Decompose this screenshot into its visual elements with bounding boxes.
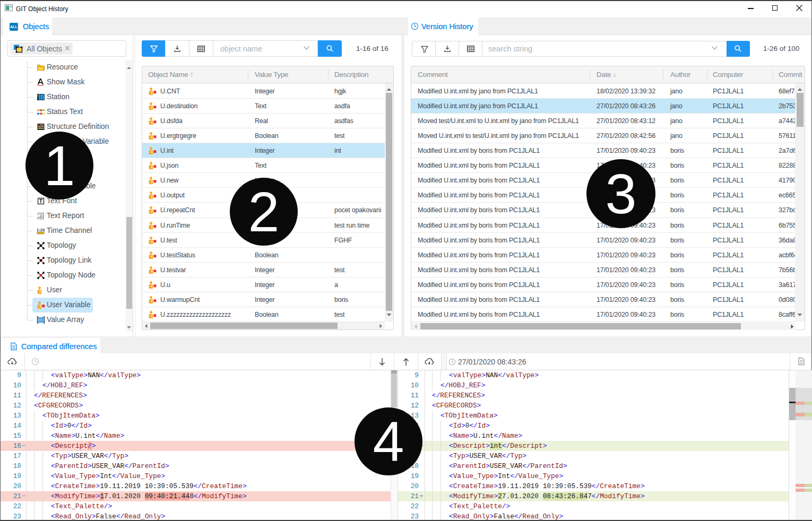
svg-text:1:23: 1:23 bbox=[37, 228, 45, 232]
